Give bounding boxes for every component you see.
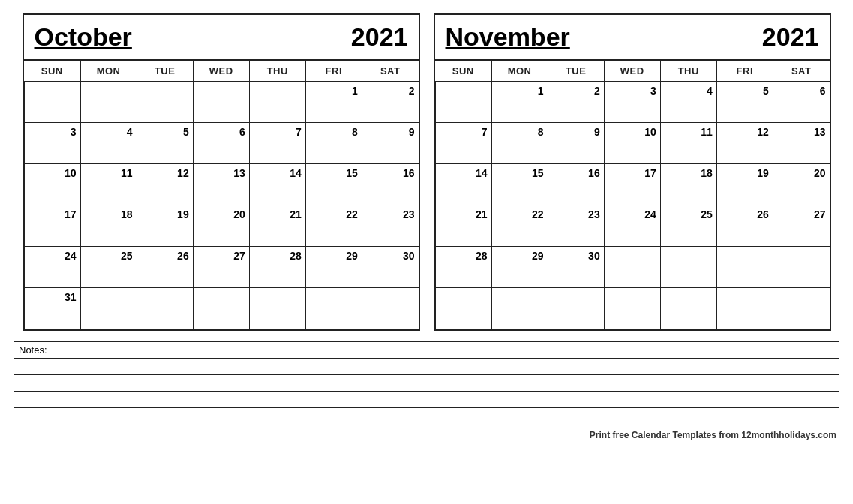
nov-tue: TUE bbox=[548, 61, 604, 82]
list-item: 13 bbox=[193, 164, 249, 206]
oct-sun: SUN bbox=[24, 61, 80, 82]
nov-sat: SAT bbox=[773, 61, 829, 82]
list-item: 15 bbox=[491, 164, 548, 206]
november-grid: SUN MON TUE WED THU FRI SAT 123456789101… bbox=[435, 61, 830, 329]
list-item: 6 bbox=[773, 82, 829, 123]
list-item: 8 bbox=[491, 123, 548, 164]
footer-link: 12monthholidays.com bbox=[741, 430, 836, 440]
list-item: 5 bbox=[137, 123, 193, 164]
table-row: 14151617181920 bbox=[435, 164, 830, 206]
oct-fri: FRI bbox=[305, 61, 362, 82]
list-item bbox=[80, 82, 137, 123]
list-item: 22 bbox=[491, 206, 548, 247]
list-item: 18 bbox=[660, 164, 716, 206]
list-item: 24 bbox=[604, 206, 660, 247]
list-item: 16 bbox=[362, 164, 418, 206]
list-item: 25 bbox=[80, 247, 137, 288]
november-year-label: 2021 bbox=[762, 22, 819, 52]
list-item: 28 bbox=[435, 247, 491, 288]
list-item: 9 bbox=[548, 123, 604, 164]
list-item bbox=[604, 288, 660, 329]
october-grid: SUN MON TUE WED THU FRI SAT 123456789101… bbox=[24, 61, 419, 329]
list-item: 3 bbox=[604, 82, 660, 123]
nov-wed: WED bbox=[604, 61, 660, 82]
nov-fri: FRI bbox=[716, 61, 773, 82]
october-calendar: October 2021 SUN MON TUE WED THU FRI SAT… bbox=[23, 14, 420, 331]
list-item: 4 bbox=[660, 82, 716, 123]
list-item: 9 bbox=[362, 123, 418, 164]
list-item: 30 bbox=[548, 247, 604, 288]
oct-tue: TUE bbox=[137, 61, 193, 82]
list-item bbox=[435, 288, 491, 329]
footer-text: Print free Calendar Templates from bbox=[590, 430, 742, 440]
list-item bbox=[435, 82, 491, 123]
list-item bbox=[193, 82, 249, 123]
table-row: 31 bbox=[24, 288, 419, 329]
october-body: 1234567891011121314151617181920212223242… bbox=[24, 82, 419, 329]
notes-line-3 bbox=[14, 392, 839, 408]
list-item: 31 bbox=[24, 288, 80, 329]
list-item bbox=[604, 247, 660, 288]
november-calendar: November 2021 SUN MON TUE WED THU FRI SA… bbox=[434, 14, 831, 331]
list-item: 15 bbox=[305, 164, 362, 206]
list-item: 29 bbox=[491, 247, 548, 288]
calendars-row: October 2021 SUN MON TUE WED THU FRI SAT… bbox=[14, 14, 839, 331]
notes-section: Notes: bbox=[14, 341, 839, 425]
table-row: 10111213141516 bbox=[24, 164, 419, 206]
list-item: 3 bbox=[24, 123, 80, 164]
list-item: 10 bbox=[604, 123, 660, 164]
list-item: 27 bbox=[193, 247, 249, 288]
oct-thu: THU bbox=[249, 61, 305, 82]
list-item: 22 bbox=[305, 206, 362, 247]
list-item bbox=[24, 82, 80, 123]
list-item bbox=[660, 288, 716, 329]
list-item: 19 bbox=[716, 164, 773, 206]
list-item bbox=[137, 288, 193, 329]
list-item bbox=[305, 288, 362, 329]
list-item: 19 bbox=[137, 206, 193, 247]
list-item bbox=[362, 288, 418, 329]
list-item bbox=[80, 288, 137, 329]
list-item: 27 bbox=[773, 206, 829, 247]
list-item: 2 bbox=[548, 82, 604, 123]
october-year-label: 2021 bbox=[351, 22, 408, 52]
list-item: 10 bbox=[24, 164, 80, 206]
list-item: 18 bbox=[80, 206, 137, 247]
notes-line-2 bbox=[14, 375, 839, 392]
list-item: 4 bbox=[80, 123, 137, 164]
table-row: 78910111213 bbox=[435, 123, 830, 164]
list-item: 13 bbox=[773, 123, 829, 164]
list-item: 14 bbox=[249, 164, 305, 206]
october-month-label: October bbox=[35, 22, 132, 52]
nov-sun: SUN bbox=[435, 61, 491, 82]
list-item bbox=[773, 288, 829, 329]
list-item: 7 bbox=[249, 123, 305, 164]
table-row: 12 bbox=[24, 82, 419, 123]
oct-mon: MON bbox=[80, 61, 137, 82]
notes-line-1 bbox=[14, 358, 839, 375]
list-item: 16 bbox=[548, 164, 604, 206]
list-item: 5 bbox=[716, 82, 773, 123]
table-row bbox=[435, 288, 830, 329]
list-item: 23 bbox=[362, 206, 418, 247]
table-row: 123456 bbox=[435, 82, 830, 123]
list-item: 2 bbox=[362, 82, 418, 123]
list-item bbox=[137, 82, 193, 123]
list-item bbox=[491, 288, 548, 329]
list-item: 20 bbox=[773, 164, 829, 206]
list-item: 12 bbox=[716, 123, 773, 164]
list-item: 21 bbox=[249, 206, 305, 247]
list-item bbox=[716, 247, 773, 288]
list-item: 26 bbox=[137, 247, 193, 288]
nov-thu: THU bbox=[660, 61, 716, 82]
table-row: 3456789 bbox=[24, 123, 419, 164]
list-item: 30 bbox=[362, 247, 418, 288]
november-month-label: November bbox=[446, 22, 570, 52]
list-item: 20 bbox=[193, 206, 249, 247]
list-item bbox=[660, 247, 716, 288]
november-body: 1234567891011121314151617181920212223242… bbox=[435, 82, 830, 329]
list-item: 23 bbox=[548, 206, 604, 247]
list-item: 25 bbox=[660, 206, 716, 247]
october-days-header: SUN MON TUE WED THU FRI SAT bbox=[24, 61, 419, 82]
nov-mon: MON bbox=[491, 61, 548, 82]
